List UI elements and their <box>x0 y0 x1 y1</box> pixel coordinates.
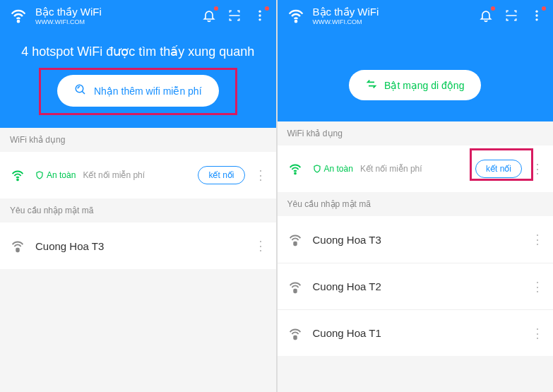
password-list: Cuong Hoa T3 ⋮ <box>0 222 276 269</box>
cta-wrap: Nhận thêm wifi miễn phí <box>57 75 219 107</box>
row-more-icon[interactable]: ⋮ <box>530 232 545 247</box>
app-logo-icon <box>286 6 306 25</box>
wifi-meta: An toàn Kết nối miễn phí <box>35 170 189 180</box>
bell-icon[interactable] <box>478 8 494 23</box>
wifi-signal-icon <box>8 167 27 183</box>
svg-rect-6 <box>16 249 19 252</box>
hero: 4 hotspot WiFi được tìm thấy xung quanh … <box>0 31 276 128</box>
section-password-label: Yêu cầu nhập mật mã <box>278 192 554 216</box>
notification-dot <box>214 6 218 11</box>
svg-rect-13 <box>294 289 297 292</box>
wifi-meta: An toàn Kết nối miễn phí <box>313 164 467 174</box>
free-label: Kết nối miễn phí <box>360 164 422 174</box>
scan-icon[interactable] <box>227 8 242 23</box>
more-icon[interactable] <box>252 8 268 23</box>
available-list: An toàn Kết nối miễn phí kết nối ⋮ <box>278 145 554 192</box>
svg-point-11 <box>295 173 296 174</box>
header-actions <box>201 8 268 23</box>
free-label: Kết nối miễn phí <box>83 170 145 180</box>
wifi-lock-icon <box>286 232 304 247</box>
app-title: Bậc thầy WiFi <box>35 6 194 18</box>
wifi-row[interactable]: Cuong Hoa T2 ⋮ <box>278 263 554 309</box>
wifi-row[interactable]: Cuong Hoa T3 ⋮ <box>0 222 276 269</box>
svg-point-7 <box>295 20 296 22</box>
safe-badge: An toàn <box>313 164 353 174</box>
row-more-icon[interactable]: ⋮ <box>254 167 268 183</box>
wifi-info: Cuong Hoa T3 <box>35 240 245 252</box>
svg-rect-14 <box>294 335 297 339</box>
section-available-label: WiFi khả dụng <box>0 128 276 152</box>
wifi-signal-icon <box>286 161 304 177</box>
section-available-label: WiFi khả dụng <box>278 121 554 145</box>
notification-dot <box>491 6 495 11</box>
section-password-label: Yêu cầu nhập mật mã <box>0 198 276 222</box>
header: Bậc thầy WiFi WWW.WIFI.COM <box>0 0 276 31</box>
svg-point-10 <box>535 18 537 20</box>
header: Bậc thầy WiFi WWW.WIFI.COM <box>278 0 554 31</box>
scan-icon[interactable] <box>504 8 519 23</box>
bell-icon[interactable] <box>201 8 217 23</box>
cta-label: Bật mạng di động <box>384 80 464 91</box>
wifi-row[interactable]: An toàn Kết nối miễn phí kết nối ⋮ <box>0 152 276 198</box>
wifi-lock-icon <box>8 238 27 254</box>
app-logo-icon <box>8 6 28 25</box>
wifi-row[interactable]: Cuong Hoa T3 ⋮ <box>278 216 554 263</box>
highlight-box <box>39 68 237 115</box>
svg-point-8 <box>535 11 537 13</box>
shield-icon <box>35 171 44 179</box>
svg-rect-12 <box>294 242 297 246</box>
row-more-icon[interactable]: ⋮ <box>254 238 268 254</box>
header-actions <box>478 8 545 23</box>
svg-point-1 <box>258 11 261 13</box>
wifi-info: An toàn Kết nối miễn phí <box>35 170 189 180</box>
available-list: An toàn Kết nối miễn phí kết nối ⋮ <box>0 152 276 198</box>
title-block: Bậc thầy WiFi WWW.WIFI.COM <box>35 6 194 25</box>
shield-icon <box>313 165 321 173</box>
svg-point-5 <box>17 179 18 181</box>
app-title: Bậc thầy WiFi <box>313 6 472 18</box>
app-subtitle: WWW.WIFI.COM <box>35 18 194 25</box>
hero-title: 4 hotspot WiFi được tìm thấy xung quanh <box>8 44 268 59</box>
wifi-name: Cuong Hoa T1 <box>313 327 523 339</box>
highlight-box <box>470 148 533 181</box>
connect-button[interactable]: kết nối <box>198 166 244 184</box>
row-more-icon[interactable]: ⋮ <box>530 279 545 295</box>
wifi-name: Cuong Hoa T3 <box>35 240 245 252</box>
row-more-icon[interactable]: ⋮ <box>530 326 545 341</box>
password-list: Cuong Hoa T3 ⋮ Cuong Hoa T2 ⋮ Cuong Hoa … <box>278 216 554 356</box>
notification-dot <box>265 6 269 11</box>
more-icon[interactable] <box>529 8 545 23</box>
enable-mobile-data-button[interactable]: Bật mạng di động <box>349 70 481 100</box>
notification-dot <box>542 6 546 11</box>
wifi-info: An toàn Kết nối miễn phí <box>313 164 467 174</box>
svg-point-2 <box>258 14 261 16</box>
svg-point-9 <box>535 14 537 16</box>
wifi-row[interactable]: An toàn Kết nối miễn phí kết nối ⋮ <box>278 145 554 192</box>
title-block: Bậc thầy WiFi WWW.WIFI.COM <box>313 6 472 25</box>
wifi-name: Cuong Hoa T3 <box>313 234 523 246</box>
swap-icon <box>366 78 377 92</box>
wifi-row[interactable]: Cuong Hoa T1 ⋮ <box>278 309 554 356</box>
safe-badge: An toàn <box>35 170 76 180</box>
wifi-name: Cuong Hoa T2 <box>313 280 523 292</box>
wifi-lock-icon <box>286 326 304 341</box>
wifi-lock-icon <box>286 279 304 295</box>
panel-left: Bậc thầy WiFi WWW.WIFI.COM 4 hotspot WiF… <box>0 0 278 392</box>
panel-right: Bậc thầy WiFi WWW.WIFI.COM <box>278 0 554 392</box>
svg-point-3 <box>258 18 261 20</box>
hero: Bật mạng di động <box>278 31 554 121</box>
cta-wrap: Bật mạng di động <box>349 70 481 100</box>
app-subtitle: WWW.WIFI.COM <box>313 18 472 25</box>
svg-point-0 <box>18 20 19 22</box>
